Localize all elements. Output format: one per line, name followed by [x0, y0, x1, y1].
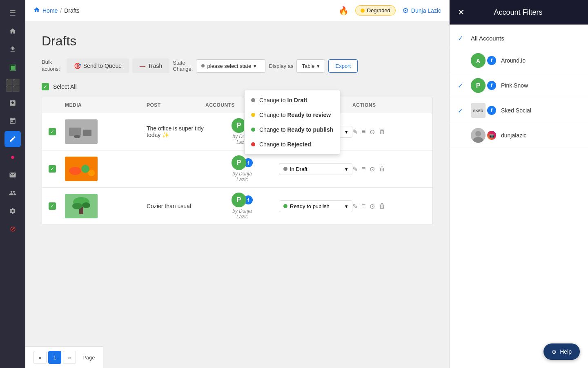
nav-item-analytics[interactable] [4, 95, 21, 111]
nav-item-upload[interactable] [4, 41, 21, 57]
posts-table: MEDIA POST ACCOUNTS STATUS ACTIONS ✓ The… [42, 97, 433, 225]
row2-clock-icon[interactable]: ⊙ [370, 165, 375, 173]
all-accounts-row[interactable]: ✓ All Accounts [450, 29, 588, 48]
row2-delete-icon[interactable]: 🗑 [379, 165, 385, 173]
dd-bold-ready-review: Ready to review [287, 112, 331, 118]
row3-checkbox[interactable]: ✓ [49, 202, 56, 210]
send-to-queue-button[interactable]: 🎯 Send to Queue [67, 58, 129, 73]
svg-rect-1 [69, 128, 81, 136]
row3-status[interactable]: Ready to publish ▾ [279, 200, 352, 212]
home-icon [33, 7, 40, 15]
row3-layers-icon[interactable]: ≡ [362, 202, 365, 210]
row2-status[interactable]: In Draft ▾ [279, 163, 352, 175]
select-all-checkbox[interactable]: ✓ [42, 83, 49, 90]
table-dropdown-arrow: ▾ [317, 63, 320, 69]
col-post: POST [147, 102, 205, 108]
row1-layers-icon[interactable]: ≡ [362, 128, 365, 135]
row1-delete-icon[interactable]: 🗑 [379, 128, 385, 135]
dd-dot-yellow [251, 113, 255, 117]
send-to-queue-label: Send to Queue [83, 63, 122, 69]
nav-item-posts[interactable]: ⬛⬛⬛⬛ [4, 77, 21, 93]
svg-text:SKED: SKED [473, 109, 483, 113]
row2-checkbox[interactable]: ✓ [49, 165, 56, 173]
nav-item-hamburger[interactable]: ☰ [4, 5, 21, 21]
breadcrumb-separator: / [60, 7, 62, 14]
table-row: ✓ Cozier than usual P f by DunjaLazic [42, 188, 432, 224]
panel-close-button[interactable]: ✕ [458, 7, 465, 17]
state-change-dropdown-menu: Change to In Draft Change to Ready to re… [244, 90, 340, 155]
row3-status-badge[interactable]: Ready to publish ▾ [279, 200, 352, 212]
page-title: Drafts [42, 34, 433, 49]
nav-item-calendar[interactable] [4, 113, 21, 129]
nav-item-inbox[interactable] [4, 167, 21, 183]
trash-label: Trash [148, 63, 162, 69]
row3-status-label: Ready to publish [290, 203, 330, 209]
pink-snow-avatar: P [471, 78, 486, 93]
row3-post-text: Cozier than usual [147, 203, 205, 209]
help-button[interactable]: ⊕ Help [543, 343, 580, 360]
page-1-button[interactable]: 1 [48, 351, 61, 364]
display-as-area: Display as Table ▾ [269, 59, 325, 73]
dropdown-item-ready-review[interactable]: Change to Ready to review [245, 108, 340, 122]
trash-button[interactable]: — Trash [132, 58, 169, 73]
dd-dot-gray [251, 98, 255, 102]
row3-delete-icon[interactable]: 🗑 [379, 202, 385, 210]
top-bar: Home / Drafts 🔥 Degraded ⚙ Dunja Lazic [25, 0, 449, 21]
nav-item-drafts[interactable] [4, 131, 21, 147]
breadcrumb-home[interactable]: Home [42, 7, 58, 14]
bulk-actions-label: Bulkactions: [42, 59, 60, 73]
send-to-queue-icon: 🎯 [74, 63, 81, 69]
panel-account-pink-snow[interactable]: ✓ P f Pink Snow [450, 73, 588, 98]
panel-account-sked-social[interactable]: ✓ SKED f Sked Social [450, 98, 588, 123]
pagination: « 1 » Page [25, 346, 103, 368]
row1-edit-icon[interactable]: ✎ [352, 128, 358, 136]
dropdown-item-rejected[interactable]: Change to Rejected [245, 137, 340, 152]
nav-item-media[interactable]: ▣ [4, 59, 21, 75]
row1-checkbox[interactable]: ✓ [49, 128, 56, 135]
table-label: Table [302, 63, 314, 69]
nav-item-queue[interactable]: ● [4, 149, 21, 165]
row3-clock-icon[interactable]: ⊙ [370, 202, 375, 210]
user-link[interactable]: ⚙ Dunja Lazic [402, 6, 441, 15]
fire-icon[interactable]: 🔥 [339, 6, 349, 16]
degraded-label: Degraded [367, 7, 390, 13]
table-row: ✓ P f by DunjaLazic [42, 150, 432, 188]
row2-status-badge[interactable]: In Draft ▾ [279, 163, 352, 175]
panel-account-around-io[interactable]: A f Around.io [450, 48, 588, 73]
dropdown-item-ready-publish[interactable]: Change to Ready to publish [245, 122, 340, 137]
all-accounts-label: All Accounts [471, 35, 504, 42]
toolbar-left: Bulkactions: 🎯 Send to Queue — Trash Sta… [42, 58, 358, 73]
export-button[interactable]: Export [328, 59, 358, 73]
next-page-button[interactable]: » [63, 351, 76, 364]
svg-point-11 [72, 203, 82, 209]
around-avatar: A [471, 53, 486, 68]
row2-edit-icon[interactable]: ✎ [352, 165, 358, 173]
select-all-label[interactable]: Select All [53, 83, 77, 90]
panel-account-dunjalazic[interactable]: 📷 dunjalazic [450, 123, 588, 148]
nav-item-settings[interactable] [4, 203, 21, 219]
all-accounts-check: ✓ [458, 34, 466, 42]
nav-item-users[interactable] [4, 185, 21, 201]
nav-item-help-nav[interactable]: ⊘ [4, 221, 21, 237]
nav-item-home[interactable] [4, 23, 21, 39]
svg-text:P: P [476, 82, 481, 89]
row2-status-label: In Draft [290, 166, 307, 172]
trash-icon: — [140, 63, 145, 69]
row2-thumbnail [65, 157, 98, 181]
svg-point-7 [88, 170, 95, 176]
dd-bold-ready-publish: Ready to publish [287, 126, 334, 133]
panel-header: ✕ Account Filters [450, 0, 588, 25]
dropdown-item-in-draft[interactable]: Change to In Draft [245, 93, 340, 108]
svg-point-3 [74, 135, 80, 138]
row3-edit-icon[interactable]: ✎ [352, 202, 358, 210]
state-select-dropdown[interactable]: please select state ▾ [196, 59, 265, 73]
degraded-dot [361, 9, 365, 13]
row2-media [65, 157, 147, 181]
dunja-account-name: dunjalazic [501, 132, 580, 139]
table-display-button[interactable]: Table ▾ [296, 59, 325, 73]
row1-clock-icon[interactable]: ⊙ [370, 128, 375, 136]
row2-layers-icon[interactable]: ≡ [362, 165, 365, 173]
row3-thumbnail [65, 194, 98, 218]
prev-page-button[interactable]: « [33, 351, 47, 364]
row3-account: P f by DunjaLazic [205, 193, 279, 220]
